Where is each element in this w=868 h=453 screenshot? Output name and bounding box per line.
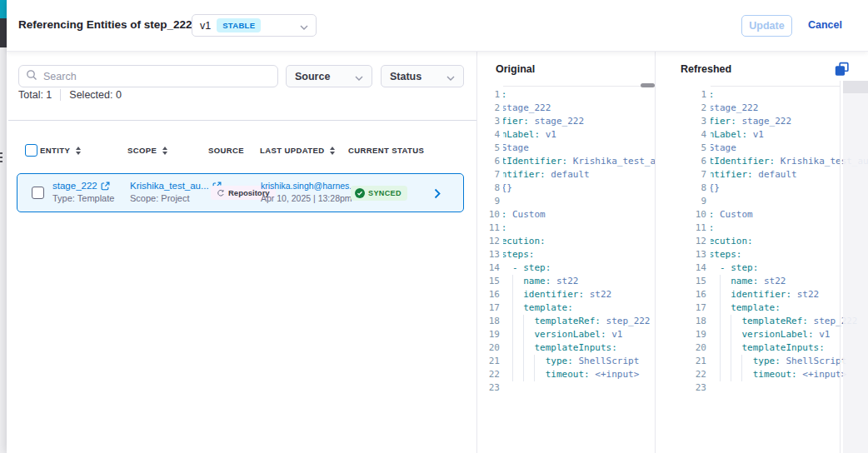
entity-name-link[interactable]: stage_222 [52,181,114,191]
screen: Referencing Entities of step_222 v1 STAB… [0,0,868,453]
select-all-checkbox[interactable] [25,144,37,157]
source-filter-label: Source [295,71,330,82]
copy-icon[interactable] [835,62,851,78]
background-menu-sliver [0,157,2,158]
scope-sub: Scope: Project [130,193,222,203]
refreshed-panel-title: Refreshed [681,63,731,75]
row-checkbox[interactable] [32,187,44,199]
row-chevron-icon[interactable] [434,187,441,202]
search-input[interactable] [43,71,271,82]
background-menu-sliver [0,161,2,162]
summary-divider [60,89,61,101]
diff-panels-divider [655,52,656,453]
sort-icon[interactable] [330,147,335,155]
search-input-wrapper [18,65,278,87]
chevron-down-icon [446,69,455,84]
external-link-icon [101,182,110,191]
update-button[interactable]: Update [741,15,792,37]
version-select[interactable]: v1 STABLE [192,14,317,37]
section-vertical-divider [476,52,477,453]
original-panel-title: Original [496,63,535,75]
original-code-content[interactable]: template: name: stage_222 identifier: st… [503,88,655,395]
status-filter-label: Status [390,71,422,82]
status-badge: SYNCED [351,186,407,201]
column-header-entity: ENTITY [40,146,81,155]
chevron-down-icon [355,69,363,84]
refreshed-line-numbers: 1234567891011121314151617181920212223 [685,88,706,395]
last-updated-cell: krishika.singh@harnes... Apr 10, 2025 | … [261,181,357,203]
version-status-badge: STABLE [217,18,261,32]
column-header-source: SOURCE [208,146,244,155]
sort-icon[interactable] [162,147,167,155]
section-divider [8,120,476,121]
column-header-scope: SCOPE [127,146,167,155]
column-header-last-updated: LAST UPDATED [260,146,335,155]
selected-count: Selected: 0 [69,89,122,101]
background-page-header-strip [0,0,7,18]
refreshed-hscrollbar-track[interactable] [711,86,840,87]
original-hscrollbar-thumb[interactable] [641,83,655,87]
status-filter-select[interactable]: Status [381,65,464,87]
check-circle-icon [355,188,365,198]
column-header-current-status: CURRENT STATUS [348,146,424,155]
background-page-strip [0,0,7,453]
referencing-entities-drawer: Referencing Entities of step_222 v1 STAB… [7,0,868,453]
page-title: Referencing Entities of step_222 [18,18,192,31]
search-icon [26,69,37,84]
source-filter-select[interactable]: Source [286,65,372,87]
refreshed-panel-edge [840,81,841,453]
version-label: v1 [200,20,211,32]
scope-name-link[interactable]: Krishika_test_au... [130,181,222,191]
original-line-numbers: 1234567891011121314151617181920212223 [480,88,500,395]
vertical-scrollbar-track[interactable] [843,81,868,453]
background-page-toolbar-strip [0,18,7,47]
scope-cell: Krishika_test_au... Scope: Project [130,181,222,203]
sort-icon[interactable] [76,147,81,155]
entity-cell: stage_222 Type: Template [52,181,114,203]
entities-table-header: ENTITY SCOPE SOURCE LAST UPDATED CURRENT… [7,142,476,163]
results-summary: Total: 1 Selected: 0 [18,89,122,101]
repository-icon [217,189,225,197]
updated-by-link[interactable]: krishika.singh@harnes... [261,181,357,191]
updated-at: Apr 10, 2025 | 13:28pm [261,193,357,203]
background-menu-sliver [0,152,2,154]
original-hscrollbar-track[interactable] [503,86,655,87]
entity-type: Type: Template [52,193,114,203]
vertical-scrollbar-thumb[interactable] [843,81,868,93]
chevron-down-icon [300,18,308,33]
dialog-header: Referencing Entities of step_222 v1 STAB… [7,0,868,52]
total-count: Total: 1 [18,89,52,101]
table-row[interactable]: stage_222 Type: Template Krishika_test_a… [17,173,464,212]
cancel-button[interactable]: Cancel [808,19,842,31]
